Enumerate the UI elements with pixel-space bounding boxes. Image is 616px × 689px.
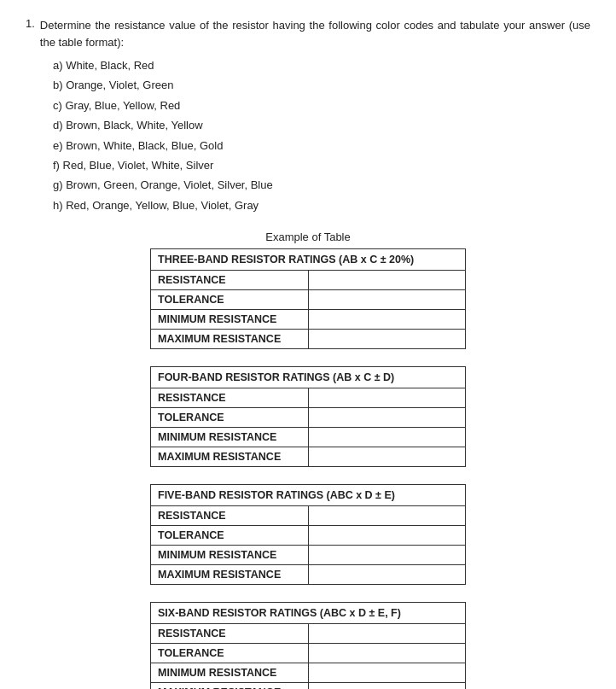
question-number-label: 1. xyxy=(26,17,35,50)
row-value-0-2[interactable] xyxy=(308,310,465,330)
table-row: MAXIMUM RESISTANCE xyxy=(151,683,466,689)
row-value-3-2[interactable] xyxy=(308,663,465,683)
table-header-1: FOUR-BAND RESISTOR RATINGS (AB x C ± D) xyxy=(151,367,466,388)
table-row: RESISTANCE xyxy=(151,624,466,644)
row-label-0-3: MAXIMUM RESISTANCE xyxy=(151,330,309,349)
row-value-2-2[interactable] xyxy=(308,546,465,565)
row-value-1-2[interactable] xyxy=(308,428,465,447)
table-row: RESISTANCE xyxy=(151,271,466,290)
row-value-1-0[interactable] xyxy=(308,388,465,408)
sub-item: g) Brown, Green, Orange, Violet, Silver,… xyxy=(53,175,590,195)
row-label-1-0: RESISTANCE xyxy=(151,388,309,408)
table-row: TOLERANCE xyxy=(151,290,466,310)
table-row: MINIMUM RESISTANCE xyxy=(151,663,466,683)
row-value-2-3[interactable] xyxy=(308,565,465,585)
row-label-0-1: TOLERANCE xyxy=(151,290,309,310)
rating-table-3: SIX-BAND RESISTOR RATINGS (ABC x D ± E, … xyxy=(150,602,466,689)
table-row: MINIMUM RESISTANCE xyxy=(151,428,466,447)
row-label-0-0: RESISTANCE xyxy=(151,271,309,290)
row-label-1-2: MINIMUM RESISTANCE xyxy=(151,428,309,447)
row-label-3-2: MINIMUM RESISTANCE xyxy=(151,663,309,683)
sub-item: b) Orange, Violet, Green xyxy=(53,75,590,95)
row-label-3-1: TOLERANCE xyxy=(151,644,309,663)
sub-item: f) Red, Blue, Violet, White, Silver xyxy=(53,155,590,175)
rating-table-1: FOUR-BAND RESISTOR RATINGS (AB x C ± D)R… xyxy=(150,366,466,467)
row-value-3-3[interactable] xyxy=(308,683,465,689)
row-label-2-0: RESISTANCE xyxy=(151,506,309,526)
table-header-2: FIVE-BAND RESISTOR RATINGS (ABC x D ± E) xyxy=(151,485,466,506)
table-row: MAXIMUM RESISTANCE xyxy=(151,565,466,585)
sub-items-list: a) White, Black, Redb) Orange, Violet, G… xyxy=(53,55,590,215)
row-value-3-1[interactable] xyxy=(308,644,465,663)
sub-item: e) Brown, White, Black, Blue, Gold xyxy=(53,136,590,155)
row-value-3-0[interactable] xyxy=(308,624,465,644)
table-row: TOLERANCE xyxy=(151,644,466,663)
sub-item: a) White, Black, Red xyxy=(53,55,590,75)
rating-table-0: THREE-BAND RESISTOR RATINGS (AB x C ± 20… xyxy=(150,248,466,349)
row-label-2-2: MINIMUM RESISTANCE xyxy=(151,546,309,565)
sub-item: c) Gray, Blue, Yellow, Red xyxy=(53,96,590,115)
question-number: 1. Determine the resistance value of the… xyxy=(26,17,590,50)
example-label: Example of Table xyxy=(26,231,590,243)
row-label-0-2: MINIMUM RESISTANCE xyxy=(151,310,309,330)
sub-item: h) Red, Orange, Yellow, Blue, Violet, Gr… xyxy=(53,196,590,215)
row-label-3-0: RESISTANCE xyxy=(151,624,309,644)
table-row: MINIMUM RESISTANCE xyxy=(151,546,466,565)
table-row: TOLERANCE xyxy=(151,526,466,546)
rating-table-2: FIVE-BAND RESISTOR RATINGS (ABC x D ± E)… xyxy=(150,484,466,585)
table-row: RESISTANCE xyxy=(151,388,466,408)
table-header-3: SIX-BAND RESISTOR RATINGS (ABC x D ± E, … xyxy=(151,603,466,624)
table-row: MINIMUM RESISTANCE xyxy=(151,310,466,330)
table-row: RESISTANCE xyxy=(151,506,466,526)
sub-item: d) Brown, Black, White, Yellow xyxy=(53,115,590,135)
table-row: MAXIMUM RESISTANCE xyxy=(151,447,466,467)
table-header-0: THREE-BAND RESISTOR RATINGS (AB x C ± 20… xyxy=(151,249,466,271)
row-value-0-0[interactable] xyxy=(308,271,465,290)
tables-container: THREE-BAND RESISTOR RATINGS (AB x C ± 20… xyxy=(26,248,590,689)
row-value-2-1[interactable] xyxy=(308,526,465,546)
row-label-3-3: MAXIMUM RESISTANCE xyxy=(151,683,309,689)
row-value-2-0[interactable] xyxy=(308,506,465,526)
table-row: MAXIMUM RESISTANCE xyxy=(151,330,466,349)
row-value-0-1[interactable] xyxy=(308,290,465,310)
row-label-2-3: MAXIMUM RESISTANCE xyxy=(151,565,309,585)
row-label-2-1: TOLERANCE xyxy=(151,526,309,546)
row-value-1-3[interactable] xyxy=(308,447,465,467)
question-text: Determine the resistance value of the re… xyxy=(40,17,590,50)
row-label-1-1: TOLERANCE xyxy=(151,408,309,428)
row-label-1-3: MAXIMUM RESISTANCE xyxy=(151,447,309,467)
row-value-1-1[interactable] xyxy=(308,408,465,428)
question-block: 1. Determine the resistance value of the… xyxy=(26,17,590,215)
table-row: TOLERANCE xyxy=(151,408,466,428)
row-value-0-3[interactable] xyxy=(308,330,465,349)
